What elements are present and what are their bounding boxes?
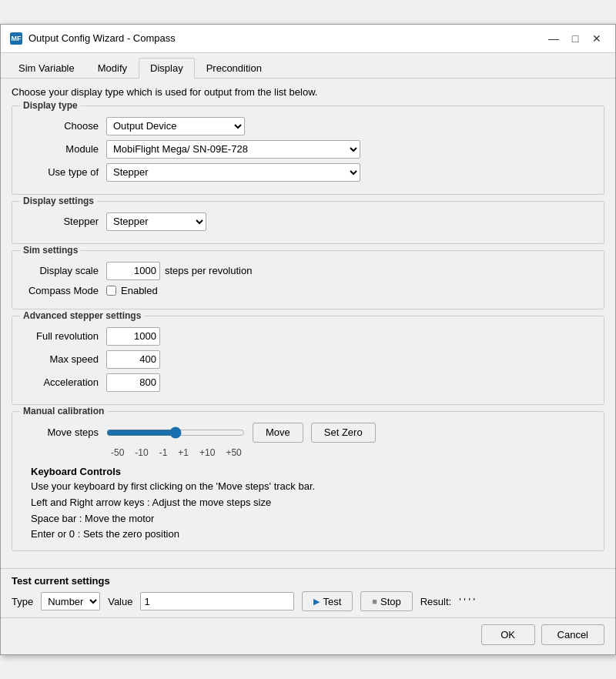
title-bar-left: MF Output Config Wizard - Compass: [10, 32, 176, 45]
window-title: Output Config Wizard - Compass: [28, 32, 176, 44]
max-speed-input[interactable]: [106, 350, 160, 369]
keyboard-instruction-1: Left and Right arrow keys : Adjust the m…: [31, 495, 594, 511]
compass-mode-row: Compass Mode Enabled: [22, 285, 594, 296]
acceleration-label: Acceleration: [22, 376, 106, 388]
manual-calibration-title: Manual calibration: [20, 406, 107, 416]
move-steps-slider[interactable]: [106, 425, 245, 440]
test-value-label: Value: [108, 596, 132, 607]
compass-mode-checkbox-row: Enabled: [106, 285, 158, 296]
module-select[interactable]: MobiFlight Mega/ SN-09E-728: [106, 140, 360, 159]
title-bar: MF Output Config Wizard - Compass — □ ✕: [1, 25, 615, 53]
display-settings-content: Stepper Stepper: [22, 212, 594, 231]
move-steps-row: Move steps Move Set Zero: [22, 423, 594, 443]
choose-label: Choose: [22, 120, 106, 132]
tick-minus1: -1: [159, 447, 168, 458]
intro-text: Choose your display type which is used f…: [12, 86, 604, 98]
test-btn-label: Test: [323, 596, 341, 607]
footer: OK Cancel: [1, 617, 615, 654]
minimize-button[interactable]: —: [544, 31, 563, 46]
display-scale-label: Display scale: [22, 265, 106, 276]
keyboard-intro: Use your keyboard by first clicking on t…: [31, 480, 594, 492]
keyboard-instruction-3: Enter or 0 : Sets the zero position: [31, 527, 594, 543]
sim-settings-section: Sim settings Display scale steps per rev…: [12, 250, 604, 309]
slider-container: Move Set Zero: [106, 423, 594, 443]
display-type-title: Display type: [20, 100, 81, 111]
max-speed-label: Max speed: [22, 353, 106, 365]
stop-icon: ■: [372, 597, 377, 606]
module-row: Module MobiFlight Mega/ SN-09E-728: [22, 140, 594, 159]
advanced-stepper-section: Advanced stepper settings Full revolutio…: [12, 316, 604, 405]
play-icon: ▶: [313, 597, 320, 607]
stop-btn-label: Stop: [380, 596, 401, 607]
acceleration-input[interactable]: [106, 373, 160, 392]
display-settings-section: Display settings Stepper Stepper: [12, 201, 604, 244]
display-scale-input[interactable]: [106, 262, 160, 280]
cancel-button[interactable]: Cancel: [541, 624, 604, 645]
title-bar-controls: — □ ✕: [544, 31, 606, 46]
maximize-button[interactable]: □: [566, 31, 584, 46]
choose-row: Choose Output Device: [22, 117, 594, 135]
manual-calibration-section: Manual calibration Move steps Move Set Z…: [12, 411, 604, 551]
slider-ticks: -50 -10 -1 +1 +10 +50: [111, 447, 594, 458]
move-steps-label: Move steps: [22, 426, 106, 438]
tab-sim-variable[interactable]: Sim Variable: [7, 58, 86, 78]
acceleration-row: Acceleration: [22, 373, 594, 392]
tick-minus50: -50: [111, 447, 124, 458]
advanced-stepper-content: Full revolution Max speed Acceleration: [22, 327, 594, 392]
full-revolution-label: Full revolution: [22, 330, 106, 342]
display-settings-title: Display settings: [20, 196, 97, 206]
tab-display[interactable]: Display: [139, 58, 195, 79]
ok-button[interactable]: OK: [481, 624, 535, 645]
compass-mode-enabled-label: Enabled: [121, 285, 158, 296]
compass-mode-label: Compass Mode: [22, 285, 106, 296]
display-type-content: Choose Output Device Module MobiFlight M…: [22, 117, 594, 182]
result-label: Result:: [420, 596, 451, 607]
max-speed-row: Max speed: [22, 350, 594, 369]
tab-precondition[interactable]: Precondition: [195, 58, 273, 78]
full-revolution-row: Full revolution: [22, 327, 594, 346]
module-label: Module: [22, 143, 106, 155]
tick-plus50: +50: [226, 447, 241, 458]
display-scale-row: Display scale steps per revolution: [22, 262, 594, 280]
stepper-row: Stepper Stepper: [22, 212, 594, 231]
keyboard-controls-section: Keyboard Controls Use your keyboard by f…: [31, 466, 594, 543]
manual-calibration-content: Move steps Move Set Zero -50 -10 -1 +1 +…: [22, 423, 594, 543]
test-type-select[interactable]: Number: [41, 592, 100, 610]
test-value-input[interactable]: [140, 592, 294, 610]
tick-plus10: +10: [199, 447, 215, 458]
test-button[interactable]: ▶ Test: [302, 591, 353, 611]
result-value: ' ' ' ': [459, 596, 475, 607]
display-scale-unit: steps per revolution: [165, 265, 252, 276]
keyboard-controls-title: Keyboard Controls: [31, 466, 594, 477]
tabs-bar: Sim Variable Modify Display Precondition: [1, 53, 615, 79]
close-button[interactable]: ✕: [588, 31, 606, 46]
test-row: Type Number Value ▶ Test ■ Stop Result: …: [12, 591, 604, 611]
test-type-label: Type: [12, 596, 33, 607]
tick-plus1: +1: [178, 447, 189, 458]
move-button[interactable]: Move: [253, 423, 303, 443]
use-type-label: Use type of: [22, 166, 106, 178]
full-revolution-input[interactable]: [106, 327, 160, 346]
tab-modify[interactable]: Modify: [86, 58, 139, 78]
stop-button[interactable]: ■ Stop: [360, 591, 412, 611]
stepper-label: Stepper: [22, 216, 106, 227]
keyboard-instructions: Left and Right arrow keys : Adjust the m…: [31, 495, 594, 543]
sim-settings-content: Display scale steps per revolution Compa…: [22, 262, 594, 296]
compass-mode-checkbox[interactable]: [106, 286, 116, 296]
sim-settings-title: Sim settings: [20, 245, 81, 256]
advanced-stepper-title: Advanced stepper settings: [20, 310, 144, 321]
set-zero-button[interactable]: Set Zero: [311, 423, 376, 443]
use-type-select[interactable]: Stepper: [106, 163, 360, 182]
display-type-section: Display type Choose Output Device Module…: [12, 105, 604, 195]
keyboard-instruction-2: Space bar : Move the motor: [31, 511, 594, 527]
main-window: MF Output Config Wizard - Compass — □ ✕ …: [0, 24, 616, 655]
choose-select[interactable]: Output Device: [106, 117, 245, 135]
stepper-select[interactable]: Stepper: [106, 212, 206, 231]
use-type-row: Use type of Stepper: [22, 163, 594, 182]
test-settings-title: Test current settings: [12, 575, 604, 587]
test-settings-bar: Test current settings Type Number Value …: [1, 568, 615, 617]
tick-minus10: -10: [135, 447, 148, 458]
main-content: Choose your display type which is used f…: [1, 79, 615, 565]
app-icon: MF: [10, 32, 22, 45]
